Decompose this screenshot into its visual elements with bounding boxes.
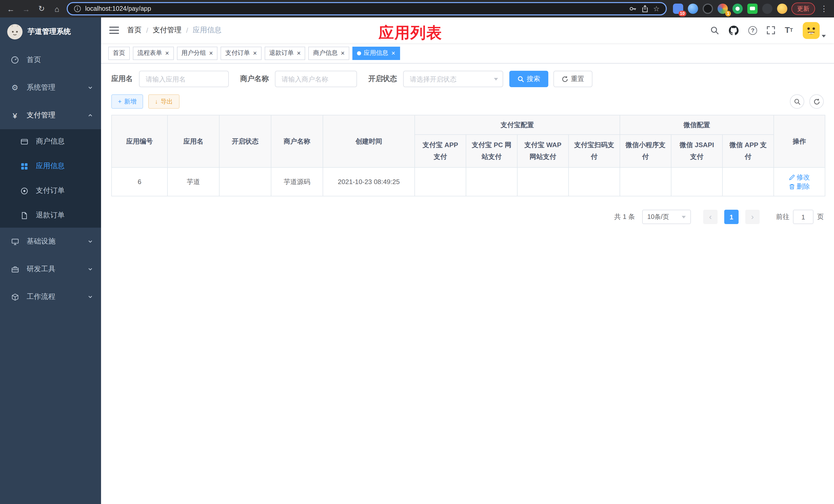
app-name-input[interactable] (139, 71, 229, 87)
cube-icon (10, 293, 20, 301)
close-icon[interactable]: × (253, 50, 257, 56)
edit-link[interactable]: 修改 (789, 173, 810, 182)
font-size-icon[interactable]: TT (785, 26, 793, 35)
close-icon[interactable]: × (209, 50, 213, 56)
sidebar-item-payment[interactable]: ¥ 支付管理 (0, 101, 101, 129)
breadcrumb-home[interactable]: 首页 (127, 26, 141, 35)
prev-page-button[interactable]: ‹ (703, 210, 718, 224)
sidebar-menu: 首页 ⚙ 系统管理 ¥ 支付管理 商户信 (0, 46, 101, 504)
pagination-total: 共 1 条 (614, 212, 635, 222)
add-button[interactable]: + 新增 (111, 94, 143, 109)
fullscreen-icon[interactable] (767, 26, 775, 35)
sidebar-item-app-info[interactable]: 应用信息 (0, 154, 101, 178)
delete-link-label: 删除 (796, 182, 810, 191)
tab-refund-order[interactable]: 退款订单 × (265, 46, 305, 60)
page-size-select[interactable]: 10条/页 (642, 210, 691, 224)
extension-icon-2[interactable] (688, 4, 698, 14)
extension-icon-4[interactable]: 1 (718, 4, 728, 14)
refresh-button[interactable] (809, 94, 824, 109)
sidebar-item-workflow[interactable]: 工作流程 (0, 283, 101, 311)
yen-icon: ¥ (10, 111, 20, 120)
app-table: 应用编号 应用名 开启状态 商户名称 创建时间 支付宝配置 微信配置 操作 支付… (111, 115, 825, 197)
merchant-name-input[interactable] (275, 71, 357, 87)
github-icon[interactable] (729, 25, 739, 35)
tab-app-info[interactable]: 应用信息 × (352, 46, 400, 60)
sidebar-item-label: 退款订单 (36, 211, 65, 220)
close-icon[interactable]: × (391, 50, 395, 56)
col-header-merchant-name: 商户名称 (271, 115, 323, 167)
dashboard-icon (10, 56, 20, 64)
sidebar-item-home[interactable]: 首页 (0, 46, 101, 74)
edit-link-label: 修改 (796, 173, 810, 182)
search-button[interactable]: 搜索 (509, 71, 548, 87)
bookmark-star-icon[interactable]: ☆ (653, 5, 660, 13)
sidebar-item-label: 基础设施 (27, 237, 56, 246)
coin-icon (20, 187, 29, 194)
browser-menu-icon[interactable]: ⋮ (819, 4, 829, 13)
password-key-icon[interactable] (629, 5, 637, 13)
sidebar-item-merchant-info[interactable]: 商户信息 (0, 129, 101, 154)
col-header-alipay-qr: 支付宝扫码支付 (569, 135, 620, 167)
breadcrumb-payment[interactable]: 支付管理 (153, 26, 181, 35)
home-icon[interactable]: ⌂ (51, 3, 63, 14)
col-header-create-time: 创建时间 (323, 115, 415, 167)
close-icon[interactable]: × (297, 50, 301, 56)
close-icon[interactable]: × (165, 50, 169, 56)
reload-icon[interactable]: ↻ (36, 3, 47, 14)
current-page-button[interactable]: 1 (724, 210, 739, 224)
sidebar-item-label: 支付管理 (27, 111, 56, 120)
sidebar-item-refund-order[interactable]: 退款订单 (0, 203, 101, 228)
open-status-select[interactable] (403, 71, 503, 87)
app-logo: 芋道管理系统 (0, 18, 101, 46)
next-page-button[interactable]: › (745, 210, 760, 224)
back-icon[interactable]: ← (5, 3, 16, 14)
close-icon[interactable]: × (341, 50, 345, 56)
font-size-large-glyph: T (785, 26, 790, 35)
goto-page-input[interactable] (793, 210, 813, 224)
document-icon (20, 211, 29, 219)
sidebar-item-pay-order[interactable]: 支付订单 (0, 178, 101, 203)
toggle-search-button[interactable] (790, 94, 804, 109)
tab-merchant-info[interactable]: 商户信息 × (308, 46, 349, 60)
sidebar-item-dev-tools[interactable]: 研发工具 (0, 255, 101, 283)
site-info-icon[interactable] (74, 5, 81, 12)
export-button[interactable]: ↓ 导出 (148, 94, 179, 109)
app-title: 芋道管理系统 (28, 27, 71, 37)
extension-icon-3[interactable] (703, 4, 713, 14)
chevron-down-icon (682, 215, 686, 218)
delete-link[interactable]: 删除 (789, 182, 810, 191)
plus-icon: + (118, 98, 122, 105)
tab-label: 流程表单 (137, 49, 162, 58)
extension-icon-5[interactable] (732, 4, 743, 14)
sidebar-collapse-icon[interactable] (109, 27, 119, 34)
sidebar-item-infrastructure[interactable]: 基础设施 (0, 228, 101, 255)
extension-icon-1[interactable]: 10 (673, 4, 683, 14)
tab-process-form[interactable]: 流程表单 × (133, 46, 174, 60)
sidebar-item-system[interactable]: ⚙ 系统管理 (0, 74, 101, 101)
search-icon[interactable] (710, 26, 719, 35)
tab-label: 退款订单 (269, 49, 294, 58)
forward-icon[interactable]: → (21, 3, 32, 14)
help-icon[interactable]: ? (748, 26, 757, 35)
col-header-alipay-wap: 支付宝 WAP 网站支付 (517, 135, 569, 167)
extension-icon-7[interactable] (762, 4, 772, 14)
user-avatar-dropdown[interactable] (803, 22, 826, 39)
search-button-label: 搜索 (527, 74, 540, 84)
pagination: 共 1 条 10条/页 ‹ 1 › 前往 页 (111, 210, 824, 224)
address-bar[interactable]: localhost:1024/pay/app ☆ (67, 2, 667, 15)
extension-icon-6[interactable] (747, 4, 758, 14)
avatar[interactable] (803, 22, 820, 39)
open-status-select-input[interactable] (403, 71, 503, 87)
tab-home[interactable]: 首页 (108, 46, 130, 60)
sidebar-item-label: 商户信息 (36, 137, 65, 146)
url-text[interactable]: localhost:1024/pay/app (85, 5, 625, 12)
top-navbar: 首页 / 支付管理 / 应用信息 ? (101, 18, 834, 43)
logo-avatar (7, 24, 23, 40)
cell-merchant-name: 芋道源码 (271, 167, 323, 196)
share-icon[interactable] (641, 5, 649, 13)
extension-icon-8[interactable] (777, 4, 787, 14)
tab-user-group[interactable]: 用户分组 × (177, 46, 218, 60)
chrome-update-button[interactable]: 更新 (791, 3, 815, 15)
reset-button[interactable]: 重置 (553, 71, 592, 87)
tab-pay-order[interactable]: 支付订单 × (221, 46, 261, 60)
